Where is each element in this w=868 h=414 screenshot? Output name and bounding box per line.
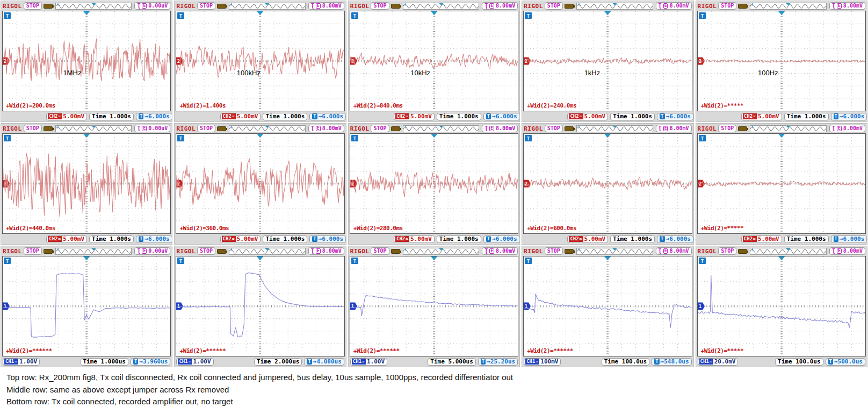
trigger-offset-value: →25.20us (487, 359, 515, 365)
trigger-offset-readout: T→6.000s (483, 235, 520, 243)
scope-montage-page: RIGOL STOP ƮE0.00uV T2 1MHz +Wid(2)=200.… (0, 0, 868, 414)
scope-footer: CH1≈20.0mV Time 100.0us T→500.0us (696, 356, 867, 367)
channel-scale-value: 5.00mV (410, 236, 432, 242)
trigger-level-value: 0.00uV (148, 3, 168, 9)
trigger-offset-readout: T→6.000s (831, 235, 867, 243)
scope-footer: CH2≈5.00mV Time 1.000s T→6.000s (349, 234, 519, 244)
trigger-offset-value: →6.000s (840, 113, 864, 120)
timebase-readout: Time 1.000s (89, 113, 134, 120)
trigger-offset-value: →6.000s (666, 236, 691, 242)
svg-text:T: T (527, 136, 530, 141)
rigol-logo: RIGOL (350, 125, 370, 132)
scope-footer: CH2≈5.00mV Time 1.000s T→6.000s (1, 111, 172, 122)
rigol-logo: RIGOL (3, 248, 22, 255)
coupling-icon: ≈ (15, 359, 17, 365)
graticule-screen: T1 +Wid(2)=****** (523, 256, 692, 356)
preview-waveform-icon (229, 3, 305, 9)
graticule-screen: T2 +Wid(2)=280.0ms (350, 133, 518, 234)
scope-header: RIGOL STOP ƮE0.00uV (1, 124, 172, 133)
trigger-readout: ƮE8.00mV (829, 125, 865, 132)
preview-waveform-icon (56, 248, 132, 254)
run-state-badge: STOP (545, 2, 563, 10)
rigol-logo: RIGOL (350, 248, 370, 255)
pulse-width-measurement: +Wid(2)=***** (701, 347, 744, 354)
edge-trigger-icon: E (316, 126, 321, 131)
scope-header: RIGOL STOP ƮE8.00mV (696, 246, 867, 256)
waveform-preview-strip (403, 3, 480, 10)
svg-text:2: 2 (177, 59, 180, 64)
coupling-icon: ≈ (232, 236, 235, 242)
svg-text:T: T (700, 259, 704, 264)
waveform-preview-strip (55, 3, 132, 10)
waveform-plot: T2 (350, 134, 518, 233)
run-state-badge: STOP (718, 247, 736, 255)
waveform-preview-strip (576, 248, 653, 255)
trigger-position-icon: T (654, 359, 659, 365)
caption-line-middle-row: Middle row: same as above except jumper … (6, 384, 862, 396)
scope-header: RIGOL STOP ƮE8.00mV (175, 246, 345, 256)
scope-panel-r3c2: RIGOL STOP ƮE8.00mV T1 +Wid(2)=****** CH… (174, 246, 346, 367)
edge-trigger-icon: E (837, 248, 842, 254)
pulse-width-measurement: +Wid(2)=***** (701, 225, 744, 232)
trigger-slope-icon: Ʈ (311, 248, 314, 254)
trigger-offset-value: →6.000s (492, 236, 517, 242)
scope-panel-r3c3: RIGOL STOP ƮE8.00mV T1 +Wid(2)=****** CH… (348, 246, 520, 367)
preview-waveform-icon (56, 126, 132, 132)
trigger-readout: ƮE0.00uV (134, 2, 170, 10)
preview-waveform-icon (403, 126, 479, 132)
waveform-plot: T1 (176, 256, 344, 356)
channel-scale-readout: CH2≈5.00mV (46, 113, 87, 120)
timebase-readout: Time 5.000us (428, 358, 475, 366)
scope-footer: CH2≈5.00mV Time 1.000s T→6.000s (522, 234, 693, 244)
scope-footer: CH1≈100mV Time 100.0us T→548.0us (522, 356, 693, 367)
battery-icon (391, 126, 400, 131)
rigol-logo: RIGOL (350, 3, 370, 10)
trigger-offset-readout: T→6.000s (657, 235, 693, 243)
pulse-width-measurement: +Wid(2)=200.0ms (6, 102, 55, 109)
waveform-preview-strip (403, 125, 480, 132)
trigger-level-value: 8.00mV (843, 125, 863, 132)
battery-icon (738, 126, 747, 131)
svg-text:2: 2 (698, 181, 701, 187)
trigger-level-value: 8.00mV (669, 3, 689, 9)
scope-panel-r2c3: RIGOL STOP ƮE8.00mV T2 +Wid(2)=280.0ms C… (348, 123, 520, 245)
scope-panel-r1c2: RIGOL STOP ƮE8.00mV T2 100kHz +Wid(2)=1.… (174, 1, 346, 122)
frequency-label: 1kHz (584, 69, 601, 77)
graticule-screen: T2 100kHz +Wid(2)=1.400s (176, 11, 344, 111)
trigger-readout: ƮE8.00mV (656, 2, 692, 10)
preview-waveform-icon (56, 3, 132, 9)
trigger-readout: ƮE0.00uV (134, 247, 170, 255)
waveform-plot: T2 (524, 134, 691, 233)
trigger-offset-readout: T→6.000s (657, 113, 693, 120)
pulse-width-measurement: +Wid(2)=280.0ms (353, 225, 403, 232)
trigger-level-value: 8.00mV (669, 125, 689, 132)
battery-icon (738, 4, 747, 9)
edge-trigger-icon: E (489, 3, 494, 9)
svg-text:T: T (353, 13, 357, 19)
coupling-icon: ≈ (232, 113, 235, 119)
timebase-readout: Time 100.0us (775, 358, 823, 366)
trigger-readout: ƮE8.00mV (829, 247, 865, 255)
timebase-readout: Time 1.000s (610, 235, 655, 243)
run-state-badge: STOP (371, 2, 389, 10)
run-state-badge: STOP (718, 125, 736, 132)
timebase-readout: Time 1.000s (437, 235, 481, 243)
run-state-badge: STOP (718, 2, 736, 10)
trigger-level-value: 8.00mV (322, 125, 342, 132)
trigger-offset-readout: T→25.20us (478, 358, 518, 366)
coupling-icon: ≈ (406, 113, 408, 119)
edge-trigger-icon: E (837, 3, 842, 9)
svg-text:1: 1 (351, 304, 354, 309)
svg-text:T: T (6, 136, 9, 141)
trigger-slope-icon: Ʈ (311, 3, 314, 9)
scope-header: RIGOL STOP ƮE8.00mV (349, 246, 519, 256)
battery-icon (217, 249, 226, 254)
channel-scale-readout: CH2≈5.00mV (46, 235, 87, 243)
waveform-preview-strip (55, 125, 132, 132)
channel-scale-value: 1.00V (367, 359, 385, 365)
rigol-logo: RIGOL (176, 248, 196, 255)
trigger-slope-icon: Ʈ (659, 248, 662, 254)
channel-scale-value: 5.00mV (237, 236, 258, 242)
rigol-logo: RIGOL (3, 3, 22, 10)
scope-header: RIGOL STOP ƮE8.00mV (696, 124, 867, 133)
